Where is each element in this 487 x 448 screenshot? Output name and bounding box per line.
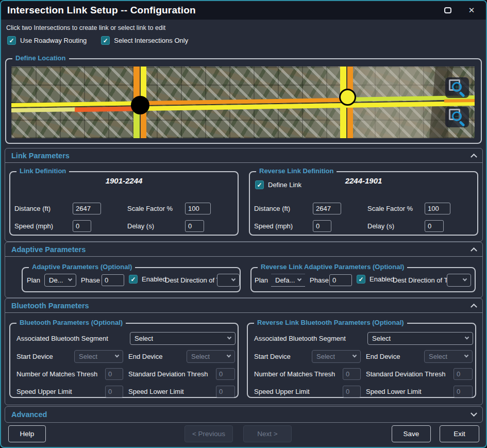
section-bluetooth-parameters: Bluetooth Parameters Bluetooth Parameter… [5, 298, 483, 405]
start-device-value: Select [316, 353, 335, 360]
reverse-phase-input[interactable] [329, 274, 352, 286]
reverse-end-device-dropdown: Select [424, 350, 473, 363]
adaptive-optional-label: Adaptive Parameters (Optional) [29, 263, 135, 271]
checkbox-checked-icon: ✓ [101, 36, 110, 45]
start-device-label: Start Device [254, 353, 291, 360]
reverse-start-device-dropdown: Select [312, 350, 361, 363]
reverse-associated-segment-dropdown[interactable]: Select [367, 332, 473, 345]
select-intersections-only-checkbox[interactable]: ✓ Select Intersections Only [101, 36, 188, 45]
reverse-speed-upper-input [343, 386, 361, 397]
minus-glyph: − [454, 113, 460, 120]
adaptive-optional-group: Adaptive Parameters (Optional) Plan De..… [22, 267, 241, 292]
associated-segment-label: Associated Bluetooth Segment [254, 335, 346, 342]
adaptive-parameters-header[interactable]: Adaptive Parameters [5, 242, 482, 257]
chevron-down-icon [464, 353, 468, 357]
associated-segment-dropdown[interactable]: Select [130, 332, 236, 345]
chevron-up-icon [471, 154, 477, 160]
start-device-label: Start Device [16, 353, 53, 360]
reverse-stddev-thresh-input [454, 368, 473, 380]
enabled-label: Enabled [370, 275, 394, 283]
plan-label: Plan [27, 276, 40, 284]
reverse-delay-input[interactable] [425, 220, 444, 232]
reverse-plan-dropdown[interactable]: Defa... [271, 274, 305, 287]
intersection-link-setup-dialog: Intersection Link Setup -- Configuration… [0, 0, 487, 448]
zoom-in-button[interactable]: + [445, 77, 469, 98]
plan-dropdown[interactable]: De... [44, 274, 76, 287]
reverse-matches-thresh-input [343, 368, 361, 380]
forward-link-name: 1901-2244 [10, 176, 238, 185]
end-device-label: End Device [128, 353, 162, 360]
speed-lower-label: Speed Lower Limit [366, 388, 422, 395]
section-link-parameters: Link Parameters Link Definition 1901-224… [5, 148, 483, 242]
bluetooth-parameters-title: Bluetooth Parameters [11, 302, 89, 310]
distance-label: Distance (ft) [14, 205, 51, 212]
use-roadway-routing-checkbox[interactable]: ✓ Use Roadway Routing [7, 36, 87, 45]
window-title: Intersection Link Setup -- Configuration [7, 5, 196, 16]
chevron-down-icon [227, 353, 231, 357]
reverse-bluetooth-optional-group: Reverse Link Bluetooth Parameters (Optio… [247, 323, 476, 398]
section-adaptive-parameters: Adaptive Parameters Adaptive Parameters … [5, 242, 483, 298]
reverse-enabled-checkbox[interactable]: ✓ Enabled [357, 275, 394, 284]
checkbox-checked-icon: ✓ [357, 275, 365, 284]
enabled-checkbox[interactable]: ✓ Enabled [129, 275, 166, 284]
speed-label: Speed (mph) [14, 222, 53, 230]
chevron-up-icon [471, 304, 477, 310]
dest-direction-dropdown[interactable] [217, 274, 240, 287]
speed-upper-input [105, 386, 123, 397]
reverse-link-definition-group: Reverse Link Definition ✓ Define Link 22… [249, 171, 478, 236]
chevron-down-icon [115, 353, 119, 357]
define-location-group: Define Location [5, 58, 482, 144]
next-button: Next > [243, 425, 292, 442]
link-parameters-header[interactable]: Link Parameters [5, 148, 482, 163]
reverse-dest-direction-dropdown[interactable] [447, 274, 471, 287]
speed-upper-label: Speed Upper Limit [254, 388, 310, 395]
save-button[interactable]: Save [392, 425, 431, 442]
start-device-dropdown: Select [74, 350, 123, 363]
scale-factor-label: Scale Factor % [127, 205, 173, 212]
define-location-label: Define Location [12, 54, 69, 62]
delay-label: Delay (s) [367, 222, 394, 230]
exit-button[interactable]: Exit [440, 425, 479, 442]
speed-upper-label: Speed Upper Limit [16, 388, 72, 395]
distance-input[interactable] [73, 203, 101, 214]
magnifier-handle [459, 91, 465, 97]
reverse-speed-input[interactable] [313, 220, 331, 232]
reverse-distance-input[interactable] [313, 203, 341, 214]
zoom-out-button[interactable]: − [445, 107, 469, 127]
segment-value: Select [135, 335, 153, 342]
end-device-label: End Device [366, 353, 400, 360]
previous-button: < Previous [184, 425, 233, 442]
intersection-marker-2244[interactable] [339, 89, 356, 106]
magnifier-plus-icon: + [452, 82, 462, 92]
delay-input[interactable] [185, 220, 204, 232]
checkbox-checked-icon: ✓ [7, 36, 16, 45]
aerial-map[interactable]: + − [11, 67, 475, 138]
reverse-link-name: 2244-1901 [250, 176, 477, 185]
maximize-button[interactable] [443, 5, 453, 15]
advanced-header[interactable]: Advanced [5, 407, 482, 422]
phase-input[interactable] [102, 274, 124, 286]
help-button[interactable]: Help [8, 425, 46, 442]
scale-factor-input[interactable] [185, 203, 211, 214]
end-device-value: Select [191, 353, 210, 360]
close-button[interactable]: ✕ [466, 6, 477, 15]
chevron-down-icon [227, 335, 231, 339]
stddev-thresh-input [216, 368, 235, 380]
reverse-scale-factor-input[interactable] [425, 203, 450, 214]
speed-input[interactable] [73, 220, 91, 232]
bluetooth-optional-group: Bluetooth Parameters (Optional) Associat… [9, 323, 239, 398]
distance-label: Distance (ft) [254, 205, 290, 212]
end-device-value: Select [429, 353, 447, 360]
reverse-adaptive-optional-group: Reverse Link Adaptive Parameters (Option… [250, 267, 476, 292]
delay-label: Delay (s) [127, 222, 154, 230]
phase-label: Phase [310, 276, 329, 284]
intersection-marker-1901[interactable] [131, 96, 149, 114]
magnifier-handle [459, 121, 465, 127]
associated-segment-label: Associated Bluetooth Segment [16, 335, 108, 342]
select-intersections-only-label: Select Intersections Only [114, 37, 188, 44]
plan-value: De... [49, 276, 63, 284]
chevron-up-icon [471, 247, 477, 254]
reverse-adaptive-optional-label: Reverse Link Adaptive Parameters (Option… [258, 263, 407, 271]
speed-lower-label: Speed Lower Limit [128, 388, 184, 395]
bluetooth-parameters-header[interactable]: Bluetooth Parameters [5, 298, 482, 313]
